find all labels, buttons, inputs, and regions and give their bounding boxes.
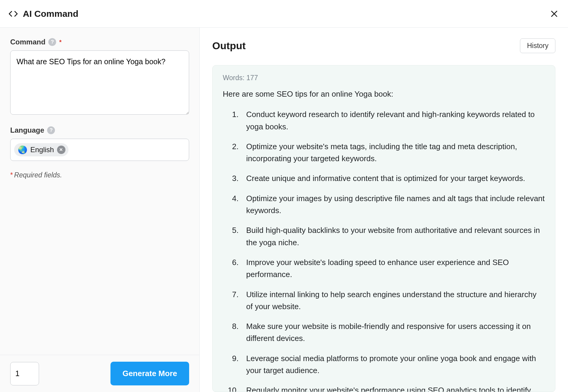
required-star-icon: * <box>10 171 13 179</box>
list-item: Leverage social media platforms to promo… <box>241 352 545 377</box>
list-item: Utilize internal linking to help search … <box>241 288 545 313</box>
output-title: Output <box>212 40 246 52</box>
language-input[interactable]: 🌏 English ✕ <box>10 139 189 161</box>
language-chip: 🌏 English ✕ <box>14 143 68 156</box>
main-content: Command ? * Language ? 🌏 English ✕ <box>0 28 568 392</box>
language-label: Language ? <box>10 126 189 134</box>
header-left: AI Command <box>8 9 78 19</box>
generate-more-button[interactable]: Generate More <box>110 362 189 385</box>
modal-header: AI Command <box>0 0 568 28</box>
command-input[interactable] <box>10 50 189 115</box>
list-item: Optimize your website's meta tags, inclu… <box>241 140 545 165</box>
language-label-text: Language <box>10 126 44 134</box>
list-item: Regularly monitor your website's perform… <box>241 384 545 392</box>
list-item: Optimize your images by using descriptiv… <box>241 192 545 217</box>
page-title: AI Command <box>23 9 78 19</box>
output-card: Words: 177 Here are some SEO tips for an… <box>212 65 555 392</box>
list-item: Make sure your website is mobile-friendl… <box>241 320 545 345</box>
sidebar-footer: Generate More <box>0 355 199 392</box>
command-label: Command ? * <box>10 38 189 46</box>
close-button[interactable] <box>549 8 560 19</box>
quantity-stepper[interactable] <box>10 362 39 385</box>
list-item: Improve your website's loading speed to … <box>241 256 545 281</box>
history-button[interactable]: History <box>520 38 555 53</box>
required-fields-note: *Required fields. <box>10 171 189 179</box>
list-item: Create unique and informative content th… <box>241 172 545 184</box>
required-note-text: Required fields. <box>14 171 62 179</box>
help-icon[interactable]: ? <box>47 126 55 134</box>
language-group: Language ? 🌏 English ✕ <box>10 126 189 161</box>
help-icon[interactable]: ? <box>48 38 56 46</box>
output-intro: Here are some SEO tips for an online Yog… <box>223 88 545 100</box>
output-panel: Output History Words: 177 Here are some … <box>200 28 568 392</box>
sidebar-content: Command ? * Language ? 🌏 English ✕ <box>0 28 199 355</box>
output-list: Conduct keyword research to identify rel… <box>223 108 545 392</box>
command-label-text: Command <box>10 38 45 46</box>
command-group: Command ? * <box>10 38 189 116</box>
globe-icon: 🌏 <box>18 146 27 154</box>
chip-remove-button[interactable]: ✕ <box>57 146 65 154</box>
list-item: Build high-quality backlinks to your web… <box>241 224 545 249</box>
language-chip-label: English <box>30 146 54 154</box>
code-icon <box>8 9 18 19</box>
word-count: Words: 177 <box>223 74 545 82</box>
required-star-icon: * <box>59 39 62 46</box>
list-item: Conduct keyword research to identify rel… <box>241 108 545 133</box>
output-header: Output History <box>212 38 555 53</box>
input-sidebar: Command ? * Language ? 🌏 English ✕ <box>0 28 200 392</box>
